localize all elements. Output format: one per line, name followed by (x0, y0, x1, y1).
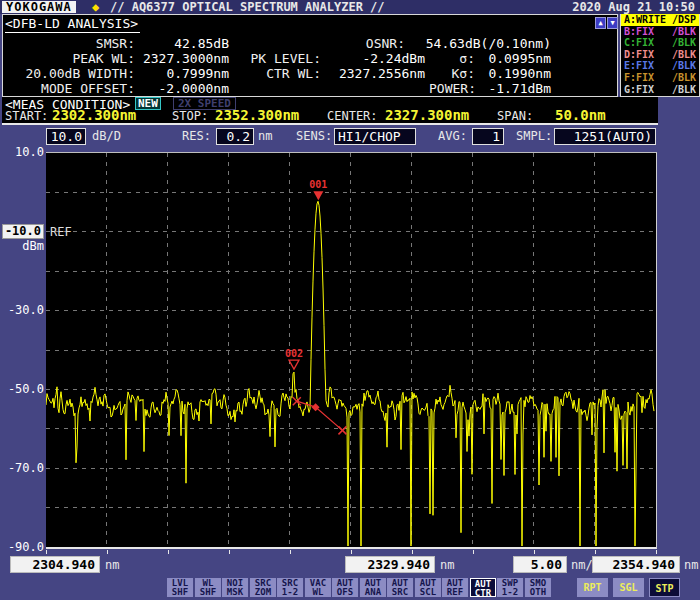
x-scale-value: 5.00 (513, 556, 567, 573)
trace-mode: /BLK (672, 72, 696, 83)
y-axis-label: -90.0 (2, 540, 44, 554)
trace-row-a[interactable]: A:WRITE/DSP (621, 14, 699, 26)
analysis-value: 54.63dB(/0.10nm) (409, 36, 551, 51)
x-axis-tick (412, 550, 413, 554)
y-axis-label: 10.0 (2, 145, 44, 159)
spectrum-trace-svg: 001002 (46, 153, 655, 547)
x-left-value: 2304.940 (10, 556, 100, 573)
meas-label: SPAN: (497, 110, 533, 123)
softkey-aut-ctr[interactable]: AUTCTR (470, 578, 496, 597)
meas-value[interactable]: 2302.300nm (52, 108, 136, 123)
softkey-src-1-2[interactable]: SRC1-2 (277, 578, 303, 597)
svg-text:001: 001 (309, 179, 327, 190)
analysis-value: 2327.3000nm (139, 51, 229, 66)
single-sweep-button[interactable]: SGL (613, 578, 644, 597)
meas-label: START: (5, 110, 48, 123)
softkey-lvl-shf[interactable]: LVLSHF (167, 578, 193, 597)
analysis-row: SMSR:42.85dBOSNR:54.63dB(/0.10nm) (7, 36, 613, 50)
analysis-label: PK LEVEL: (235, 51, 321, 66)
scroll-up-icon[interactable]: ▲ (595, 17, 606, 29)
trace-name: F:FIX (624, 72, 654, 83)
x-axis-tick (534, 550, 535, 554)
yokogawa-logo: YOKOGAWA (2, 1, 76, 13)
softkey-aut-ana[interactable]: AUTANA (360, 578, 386, 597)
x-axis-tick (351, 550, 352, 554)
meas-condition-panel: <MEAS CONDITION> NEW 2X SPEED START:2302… (2, 97, 658, 125)
analysis-row: MODE OFFSET:-2.0000nmPOWER:-1.71dBm (7, 81, 613, 95)
trace-name: E:FIX (624, 60, 654, 71)
analysis-label: PEAK WL: (7, 51, 135, 66)
ref-level-label: REF (50, 225, 72, 239)
level-scale-unit: dB/D (92, 130, 121, 143)
softkey-src-zom[interactable]: SRCZOM (250, 578, 276, 597)
y-axis-unit: dBm (2, 239, 44, 253)
analysis-panel-title: <DFB-LD ANALYSIS> (5, 16, 140, 33)
res-label: RES: (182, 130, 211, 143)
meas-label: CENTER: (327, 110, 378, 123)
meas-value[interactable]: 2352.300nm (215, 108, 299, 123)
trace-mode: /BLK (672, 84, 696, 95)
analysis-value: -1.71dBm (479, 81, 551, 96)
trace-row-e[interactable]: E:FIX/BLK (621, 60, 699, 72)
diamond-icon: ◆ (92, 0, 99, 14)
softkey-wl-shf[interactable]: WLSHF (195, 578, 221, 597)
analysis-value: -2.0000nm (139, 81, 229, 96)
osa-screen: { "header": { "brand": "YOKOGAWA", "bran… (0, 0, 700, 600)
softkey-swp-1-2[interactable]: SWP1-2 (497, 578, 523, 597)
repeat-sweep-button[interactable]: RPT (577, 578, 608, 597)
trace-row-c[interactable]: C:FIX/BLK (621, 37, 699, 49)
page-title: // AQ6377 OPTICAL SPECTRUM ANALYZER // (110, 0, 385, 14)
softkey-aut-scl[interactable]: AUTSCL (415, 578, 441, 597)
trace-row-g[interactable]: G:FIX/BLK (621, 83, 699, 95)
analysis-value: 0.1990nm (479, 66, 551, 81)
res-field[interactable]: 0.2 (216, 128, 254, 145)
trace-row-d[interactable]: D:FIX/BLK (621, 49, 699, 61)
x-axis-tick (290, 550, 291, 554)
meas-value[interactable]: 2327.300nm (385, 108, 469, 123)
x-axis-tick (46, 550, 47, 554)
x-center-value: 2329.940 (345, 556, 435, 573)
analysis-value: 0.0995nm (479, 51, 551, 66)
trace-legend: A:WRITE/DSPB:FIX/BLKC:FIX/BLKD:FIX/BLKE:… (620, 14, 700, 97)
softkey-vac-wl[interactable]: VACWL (305, 578, 331, 597)
softkey-smo-oth[interactable]: SMOOTH (525, 578, 551, 597)
trace-mode: /BLK (672, 26, 696, 37)
analysis-value: -2.24dBm (325, 51, 425, 66)
analysis-label: σ: (429, 51, 475, 66)
y-axis-label: -10.0 (2, 224, 44, 239)
analysis-row: 20.00dB WIDTH:0.7999nmCTR WL:2327.2556nm… (7, 66, 613, 80)
x-right-value: 2354.940 (592, 556, 680, 573)
softkey-aut-ref[interactable]: AUTREF (442, 578, 468, 597)
analysis-label: SMSR: (7, 36, 135, 51)
trace-row-b[interactable]: B:FIX/BLK (621, 26, 699, 38)
trace-name: D:FIX (624, 49, 654, 60)
res-unit: nm (258, 130, 272, 143)
sens-field[interactable]: HI1/CHOP (334, 128, 416, 145)
new-badge: NEW (135, 97, 161, 110)
spectrum-plot[interactable]: 001002 REF (46, 152, 657, 549)
analysis-label: 20.00dB WIDTH: (7, 66, 135, 81)
analysis-label: POWER: (429, 81, 475, 96)
trace-mode: /BLK (672, 60, 696, 71)
analysis-label: MODE OFFSET: (7, 81, 135, 96)
level-scale-field[interactable]: 10.0 (46, 128, 86, 145)
analysis-value: 0.7999nm (139, 66, 229, 81)
trace-mode: /BLK (672, 37, 696, 48)
analysis-label: OSNR: (305, 36, 405, 51)
softkey-aut-ofs[interactable]: AUTOFS (332, 578, 358, 597)
smpl-field[interactable]: 1251(AUTO) (554, 128, 656, 145)
softkey-aut-src[interactable]: AUTSRC (387, 578, 413, 597)
trace-mode: /DSP (672, 14, 696, 25)
avg-field[interactable]: 1 (472, 128, 504, 145)
scroll-down-icon[interactable]: ▼ (607, 17, 618, 29)
x-right-unit: nm (684, 558, 698, 572)
datetime: 2020 Aug 21 10:50 (572, 0, 695, 14)
meas-label: STOP: (172, 110, 208, 123)
svg-text:002: 002 (285, 348, 303, 359)
dfb-ld-analysis-panel: <DFB-LD ANALYSIS> ▲ ▼ SMSR:42.85dBOSNR:5… (2, 14, 618, 97)
meas-value[interactable]: 50.0nm (555, 108, 606, 123)
analysis-value: 2327.2556nm (325, 66, 425, 81)
softkey-noi-msk[interactable]: NOIMSK (222, 578, 248, 597)
stop-sweep-button[interactable]: STP (649, 578, 680, 597)
trace-row-f[interactable]: F:FIX/BLK (621, 72, 699, 84)
